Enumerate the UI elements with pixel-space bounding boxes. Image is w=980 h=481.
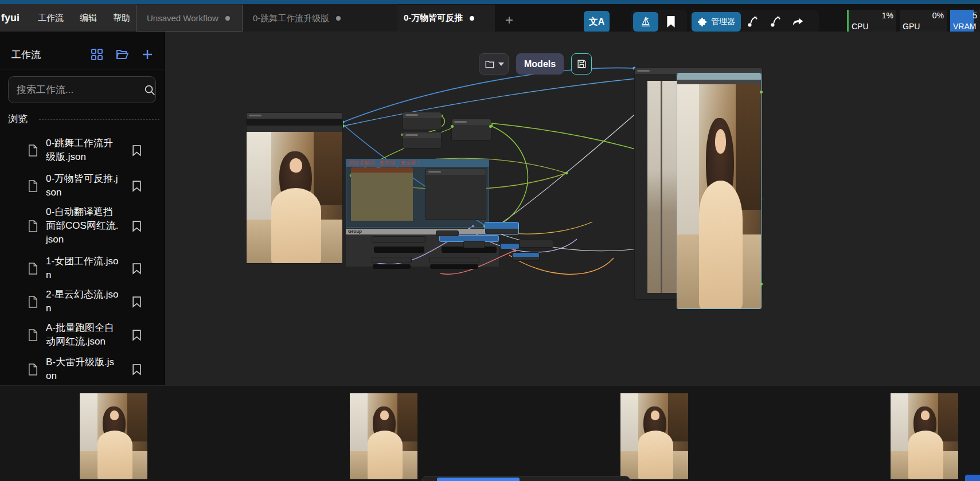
gallery-thumbnail[interactable] <box>620 393 688 479</box>
new-workflow-button[interactable] <box>140 47 155 62</box>
workflow-file-row[interactable]: B-大雷升级版.json <box>28 355 148 383</box>
tab-active-reverse-workflow[interactable]: 0-万物皆可反推 <box>397 5 495 32</box>
translate-icon: 文A <box>589 16 605 28</box>
selected-node[interactable] <box>500 243 520 249</box>
group-title[interactable]: Group <box>346 229 499 234</box>
gallery-thumbnail[interactable] <box>80 393 147 479</box>
output-gallery-panel <box>0 385 980 481</box>
share-button[interactable] <box>787 12 810 32</box>
workflow-file-name: 0-万物皆可反推.json <box>46 172 119 200</box>
browse-section-label[interactable]: 浏览 <box>8 112 28 126</box>
vram-monitor: 5 VRAM <box>950 10 980 33</box>
vram-label: VRAM <box>953 22 976 31</box>
workflow-search-box[interactable] <box>8 76 156 103</box>
app-logo: fyui <box>1 12 22 24</box>
workflow-node[interactable] <box>372 236 426 243</box>
bookmark-outline-icon[interactable] <box>132 329 142 341</box>
workflow-node[interactable] <box>436 230 459 236</box>
translate-button[interactable]: 文A <box>584 11 610 33</box>
selected-image-node[interactable] <box>677 73 762 309</box>
document-icon <box>28 363 40 376</box>
node-widget[interactable] <box>247 126 342 132</box>
bookmark-button[interactable] <box>658 12 684 32</box>
tab-dance-workflow[interactable]: 0-跳舞工作流升级版 <box>243 5 397 32</box>
document-icon <box>28 295 40 308</box>
node-widget[interactable] <box>677 80 761 84</box>
selected-node[interactable] <box>485 222 519 234</box>
free-model-cache-button[interactable] <box>741 12 764 32</box>
canvas-toolbar: Models <box>479 53 592 75</box>
vacuum-icon <box>746 15 759 28</box>
workflow-node[interactable] <box>451 119 491 140</box>
node-title-bar[interactable] <box>677 73 761 80</box>
workflow-node[interactable] <box>512 252 540 261</box>
cpu-value: 1% <box>882 11 893 20</box>
text-input-widget[interactable] <box>373 264 411 269</box>
bookmark-icon <box>666 15 676 28</box>
workflow-node[interactable] <box>429 257 479 263</box>
gpu-value: 0% <box>932 11 944 20</box>
workflow-node[interactable] <box>519 240 553 248</box>
workflow-file-name: A-批量跑图全自动网红流.json <box>46 321 119 349</box>
document-icon <box>28 262 40 275</box>
menu-workflow[interactable]: 工作流 <box>38 13 64 24</box>
search-input[interactable] <box>9 84 143 96</box>
node-widget[interactable] <box>247 119 342 126</box>
bookmark-outline-icon[interactable] <box>132 363 142 376</box>
node-image-preview <box>677 84 761 308</box>
cpu-label: CPU <box>852 22 869 31</box>
corner-widget[interactable] <box>965 475 980 481</box>
menu-help[interactable]: 帮助 <box>113 13 130 24</box>
workflow-file-name: 0-跳舞工作流升级版.json <box>46 136 119 164</box>
text-input-widget[interactable] <box>374 247 424 253</box>
bookmark-outline-icon[interactable] <box>132 220 142 232</box>
workflow-node[interactable] <box>403 132 442 148</box>
text-widget-area[interactable] <box>351 173 413 221</box>
menubar-left: fyui 工作流 编辑 帮助 <box>0 4 136 32</box>
puzzle-icon <box>697 17 707 27</box>
menu-edit[interactable]: 编辑 <box>80 13 97 24</box>
workflow-file-name: 1-女团工作流.json <box>46 255 119 282</box>
mountain-logo-button[interactable] <box>633 12 658 32</box>
divider <box>39 119 159 120</box>
workflow-file-row[interactable]: 2-星云幻态流.json <box>28 288 148 315</box>
workflow-folder-button[interactable] <box>479 53 509 75</box>
gpu-label: GPU <box>903 22 920 31</box>
sidebar-header: 工作流 <box>0 44 165 65</box>
workflow-node[interactable] <box>372 257 412 263</box>
bookmark-outline-icon[interactable] <box>132 263 142 275</box>
grid-view-button[interactable] <box>89 47 104 62</box>
gallery-thumbnail[interactable] <box>891 393 958 479</box>
bookmark-outline-icon[interactable] <box>132 180 142 192</box>
workflow-file-row[interactable]: 0-跳舞工作流升级版.json <box>28 136 148 164</box>
chevron-down-icon <box>498 62 504 66</box>
workflow-file-row[interactable]: 0-自动翻译遮挡面部COS网红流.json <box>28 205 148 247</box>
gallery-thumbnail[interactable] <box>350 393 417 479</box>
workflow-file-row[interactable]: 1-女团工作流.json <box>28 255 148 282</box>
tab-unsaved-workflow[interactable]: Unsaved Workflow <box>136 5 243 32</box>
group-note-header[interactable]: 想改关键词，改衣服，改发型！ <box>346 159 489 167</box>
workflow-node[interactable] <box>463 241 485 248</box>
new-tab-button[interactable]: + <box>501 12 518 29</box>
bookmark-outline-icon[interactable] <box>132 296 142 308</box>
models-button[interactable]: Models <box>516 53 564 75</box>
workflow-file-row[interactable]: A-批量跑图全自动网红流.json <box>28 321 148 349</box>
search-icon <box>143 84 156 96</box>
load-image-node[interactable] <box>246 112 343 264</box>
bottom-scrollbar-thumb[interactable] <box>437 478 520 481</box>
workflow-node[interactable] <box>403 112 442 130</box>
save-workflow-button[interactable] <box>571 53 592 75</box>
text-node[interactable] <box>351 167 413 221</box>
free-all-cache-button[interactable] <box>764 12 787 32</box>
workflow-file-row[interactable]: 0-万物皆可反推.json <box>28 172 148 200</box>
bottom-scrollbar[interactable] <box>421 476 631 481</box>
node-group-blue[interactable]: 想改关键词，改衣服，改发型！ <box>346 159 489 228</box>
node-graph-canvas[interactable]: Models 想改关键词，改衣服，改发型！ <box>165 32 980 385</box>
node-title-bar[interactable] <box>247 113 342 119</box>
bookmark-outline-icon[interactable] <box>132 144 142 157</box>
manager-button[interactable]: 管理器 <box>692 12 741 32</box>
document-icon <box>28 220 40 233</box>
workflow-node[interactable] <box>425 169 486 220</box>
text-input-widget[interactable] <box>430 264 478 269</box>
open-folder-button[interactable] <box>115 47 130 62</box>
